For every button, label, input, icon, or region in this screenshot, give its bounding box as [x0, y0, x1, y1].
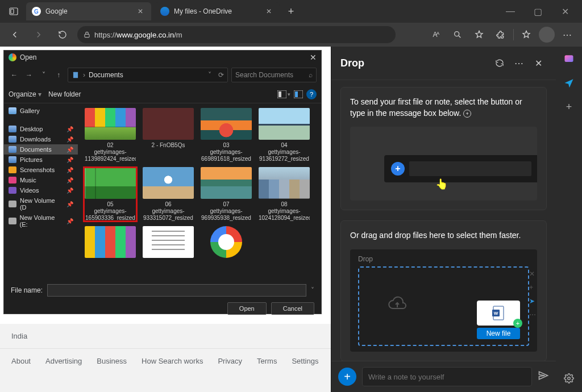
preview-pane-button[interactable] — [294, 90, 303, 98]
tab-google[interactable]: G Google ✕ — [26, 2, 151, 20]
open-button[interactable]: Open — [227, 302, 267, 315]
close-tab-icon[interactable]: ✕ — [138, 7, 146, 15]
nav-forward-button[interactable]: → — [23, 69, 35, 81]
refresh-icon[interactable]: ⟳ — [218, 71, 224, 79]
file-item[interactable]: 03gettyimages-669891618_resized — [199, 108, 253, 162]
path-text: Documents — [89, 71, 123, 79]
dialog-sidebar: GalleryDesktop📌Downloads📌Documents📌Pictu… — [4, 103, 78, 280]
dialog-search[interactable]: Search Documents ⌕ — [231, 68, 317, 82]
menu-button[interactable]: ⋯ — [558, 26, 576, 44]
url-text: https://www.google.co.in/m — [94, 31, 182, 39]
new-folder-button[interactable]: New folder — [48, 90, 81, 98]
file-item[interactable]: 07gettyimages-969935938_resized — [199, 167, 253, 222]
filename-input[interactable] — [47, 284, 306, 297]
dialog-nav: ← → ˅ ↑ › Documents ˅ ⟳ Search Documents… — [4, 64, 321, 86]
extensions-icon[interactable] — [492, 26, 510, 44]
sidebar-item-new-volume-e-[interactable]: New Volume (E:📌 — [4, 212, 78, 230]
reload-button[interactable] — [53, 26, 72, 44]
tab-overview-button[interactable] — [5, 3, 23, 19]
minimize-button[interactable]: — — [498, 2, 523, 20]
file-item[interactable]: 05gettyimages-165903336_resized — [84, 167, 137, 222]
drop-note-input[interactable] — [362, 367, 532, 386]
sidebar-item-pictures[interactable]: Pictures📌 — [4, 155, 78, 165]
organize-menu[interactable]: Organize ▾ — [9, 90, 41, 98]
footer-link[interactable]: Privacy — [218, 357, 242, 365]
drive-icon — [9, 218, 16, 224]
sidebar-label: Gallery — [20, 107, 40, 114]
sidebar-item-gallery[interactable]: Gallery — [4, 106, 78, 116]
nav-up-folder-button[interactable]: ↑ — [53, 69, 64, 81]
sidebar-item-documents[interactable]: Documents📌 — [4, 144, 78, 155]
sidebar-label: Desktop — [20, 126, 43, 132]
rail-add-button[interactable]: + — [562, 100, 576, 114]
footer-link[interactable]: Advertising — [45, 357, 82, 365]
thumbnail — [143, 167, 194, 199]
file-item[interactable]: 08gettyimages-1024128094_resized — [257, 167, 311, 222]
search-icon: ⌕ — [309, 71, 313, 79]
drop-drag-text: Or drag and drop files here to select th… — [350, 230, 537, 241]
sidebar-item-screenshots[interactable]: Screenshots📌 — [4, 165, 78, 175]
attach-button[interactable]: + — [338, 368, 356, 386]
file-item[interactable] — [84, 226, 137, 260]
address-bar[interactable]: https://www.google.co.in/m — [77, 26, 396, 43]
pin-icon: 📌 — [66, 177, 73, 184]
nav-up-button[interactable]: ˅ — [38, 69, 49, 81]
close-tab-icon[interactable]: ✕ — [266, 7, 274, 15]
rail-settings-button[interactable] — [562, 372, 576, 385]
rail-item-chat[interactable] — [562, 52, 576, 66]
sidebar-item-new-volume-d[interactable]: New Volume (D📌 — [4, 195, 78, 212]
tab-onedrive[interactable]: My files - OneDrive ✕ — [155, 2, 280, 20]
drop-composer: + — [331, 361, 556, 392]
footer-link[interactable]: How Search works — [142, 357, 203, 365]
footer-link[interactable]: Business — [97, 357, 127, 365]
file-item[interactable]: 04gettyimages-913619272_resized — [257, 108, 311, 162]
drop-title: Drop — [340, 57, 364, 69]
forward-button[interactable] — [30, 26, 48, 44]
close-window-button[interactable]: ✕ — [552, 2, 577, 20]
dialog-toolbar: Organize ▾ New folder ▾ ? — [4, 86, 321, 103]
rail-item-drop[interactable] — [562, 76, 576, 90]
file-item[interactable]: 06gettyimages-933315072_resized — [142, 167, 195, 222]
new-file-badge: New file — [477, 328, 520, 339]
dialog-close-button[interactable]: ✕ — [310, 53, 317, 62]
more-button[interactable]: ⋯ — [510, 55, 527, 72]
file-open-dialog: Open ✕ ← → ˅ ↑ › Documents ˅ ⟳ Search Do… — [3, 50, 322, 314]
refresh-button[interactable] — [491, 55, 508, 72]
file-item[interactable] — [142, 226, 195, 260]
new-tab-button[interactable]: + — [283, 3, 299, 19]
file-item[interactable] — [199, 226, 253, 260]
footer-link[interactable]: Settings — [292, 357, 318, 365]
favorites-bar-icon[interactable] — [517, 26, 535, 44]
view-mode-button[interactable]: ▾ — [277, 90, 290, 98]
pin-icon: 📌 — [66, 218, 73, 224]
svg-rect-4 — [73, 72, 78, 78]
send-button[interactable] — [538, 370, 549, 383]
sidebar-label: Screenshots — [20, 166, 55, 173]
footer-link[interactable]: Terms — [257, 357, 277, 365]
sidebar-label: Videos — [20, 187, 39, 194]
favorite-icon[interactable] — [470, 26, 488, 44]
dialog-icon — [9, 53, 16, 61]
help-button[interactable]: ? — [306, 89, 317, 99]
close-panel-button[interactable]: ✕ — [530, 55, 547, 72]
cancel-button[interactable]: Cancel — [271, 302, 314, 315]
drive-icon — [9, 201, 16, 207]
sidebar-item-downloads[interactable]: Downloads📌 — [4, 134, 78, 144]
pin-icon: 📌 — [66, 147, 73, 153]
gallery-icon — [9, 107, 16, 114]
footer-link[interactable]: About — [11, 357, 31, 365]
file-item[interactable]: 02gettyimages-1139892424_resized — [84, 108, 137, 162]
filename-label: File name: — [11, 286, 43, 294]
file-item[interactable]: 2 - FnOB5Qs — [142, 108, 195, 162]
nav-back-button[interactable]: ← — [9, 69, 20, 81]
zoom-icon[interactable] — [448, 26, 467, 44]
dialog-title: Open — [20, 53, 36, 61]
sidebar-item-music[interactable]: Music📌 — [4, 175, 78, 185]
sidebar-item-desktop[interactable]: Desktop📌 — [4, 124, 78, 134]
maximize-button[interactable]: ▢ — [525, 2, 550, 20]
path-box[interactable]: › Documents ˅ ⟳ — [68, 68, 228, 82]
sidebar-item-videos[interactable]: Videos📌 — [4, 185, 78, 195]
read-aloud-icon[interactable]: Aᴬ — [427, 26, 445, 44]
profile-avatar[interactable] — [539, 27, 555, 43]
back-button[interactable] — [6, 26, 24, 44]
